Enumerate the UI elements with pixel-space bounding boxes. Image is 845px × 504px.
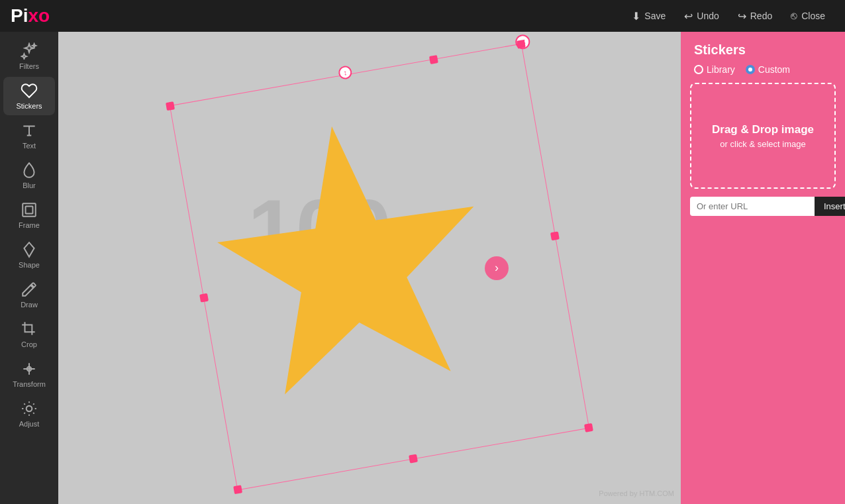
handle-bottom-mid[interactable]: [409, 454, 418, 464]
sidebar-item-filters[interactable]: Filters: [3, 37, 55, 76]
redo-button[interactable]: ↪ Redo: [728, 6, 781, 26]
sidebar-item-transform[interactable]: Transform: [3, 355, 55, 393]
frame-icon: [21, 201, 38, 219]
diamond-icon: [21, 241, 38, 258]
handle-top-left[interactable]: [166, 101, 175, 111]
svg-rect-1: [26, 207, 33, 214]
canvas-area[interactable]: 100 ↕ ✕ Powered by HTM.COM ›: [58, 32, 681, 504]
undo-icon: ↩: [684, 10, 693, 23]
handle-bottom-right[interactable]: [584, 423, 593, 432]
drop-zone-title: Drag & Drop image: [712, 123, 814, 136]
star-sticker[interactable]: [179, 90, 523, 434]
url-input[interactable]: [690, 197, 815, 216]
handle-top-mid-right[interactable]: [428, 55, 438, 64]
sparkles-icon: [21, 42, 38, 60]
pen-icon: [21, 281, 38, 298]
app-logo: Pixo: [11, 5, 50, 26]
tab-custom[interactable]: Custom: [746, 64, 790, 75]
custom-radio[interactable]: [746, 65, 755, 74]
text-icon: [21, 122, 38, 139]
drop-icon: [21, 162, 38, 179]
drop-zone-subtitle: or click & select image: [720, 139, 805, 149]
library-radio[interactable]: [694, 65, 703, 74]
sidebar-item-adjust[interactable]: Adjust: [3, 395, 55, 433]
save-icon: ⬇: [632, 10, 640, 23]
scale-handle[interactable]: ↕: [338, 65, 353, 80]
rotate-handle[interactable]: ✕: [515, 34, 531, 50]
insert-button[interactable]: Insert: [815, 197, 845, 216]
panel-title: Stickers: [681, 32, 845, 64]
heart-icon: [21, 82, 38, 99]
crop-icon: [21, 321, 38, 338]
tab-library[interactable]: Library: [694, 64, 735, 75]
save-button[interactable]: ⬇ Save: [622, 6, 675, 26]
close-icon: ⎋: [791, 10, 797, 22]
handle-top-right[interactable]: [517, 40, 526, 49]
sidebar-item-frame[interactable]: Frame: [3, 196, 55, 234]
panel-tabs: Library Custom: [681, 64, 845, 83]
transform-icon: [21, 360, 38, 378]
redo-icon: ↪: [738, 10, 746, 23]
close-button[interactable]: ⎋ Close: [781, 6, 834, 26]
drop-zone[interactable]: Drag & Drop image or click & select imag…: [690, 83, 836, 189]
main-area: Filters Stickers Text Blur Fram: [0, 32, 845, 504]
sidebar-item-stickers[interactable]: Stickers: [3, 77, 55, 115]
undo-button[interactable]: ↩ Undo: [675, 6, 728, 26]
sidebar-item-draw[interactable]: Draw: [3, 276, 55, 314]
right-panel: Stickers Library Custom Drag & Drop imag…: [681, 32, 845, 504]
watermark: Powered by HTM.COM: [599, 489, 674, 497]
svg-marker-4: [204, 108, 497, 401]
next-arrow-button[interactable]: ›: [485, 256, 509, 280]
handle-bottom-left[interactable]: [233, 485, 242, 494]
svg-rect-0: [23, 203, 36, 217]
handle-mid-right[interactable]: [550, 231, 560, 240]
url-row: Insert: [690, 197, 836, 216]
svg-point-3: [26, 406, 32, 412]
topbar: Pixo ⬇ Save ↩ Undo ↪ Redo ⎋ Close: [0, 0, 845, 32]
sidebar: Filters Stickers Text Blur Fram: [0, 32, 58, 504]
sidebar-item-shape[interactable]: Shape: [3, 236, 55, 274]
sidebar-item-crop[interactable]: Crop: [3, 315, 55, 354]
sidebar-item-text[interactable]: Text: [3, 117, 55, 155]
sun-icon: [21, 400, 38, 417]
sidebar-item-blur[interactable]: Blur: [3, 156, 55, 195]
